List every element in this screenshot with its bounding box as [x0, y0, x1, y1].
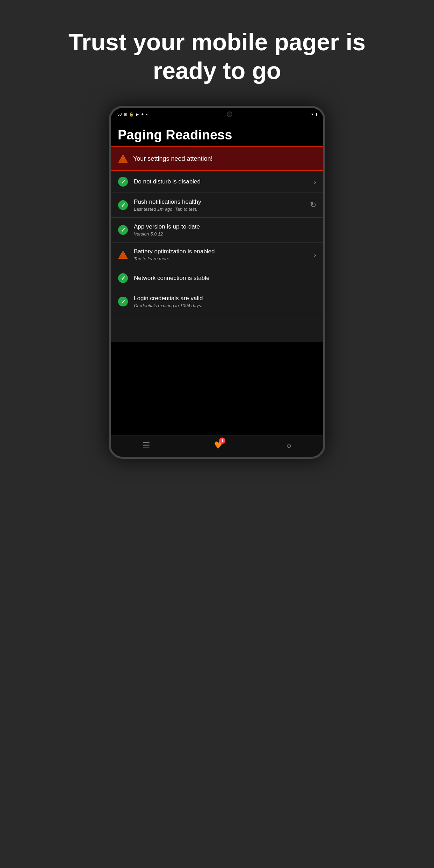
item-title-version: App version is up-to-date [134, 223, 316, 230]
list-item-login[interactable]: Login credentials are valid Credentials … [111, 289, 323, 314]
wifi-icon: ▾ [311, 112, 313, 117]
item-subtitle-battery: Tap to learn more. [134, 256, 308, 261]
nav-item-menu[interactable]: ☰ [143, 441, 150, 450]
bottom-nav: ☰ ♥̈ 1 ○ [111, 435, 323, 457]
alert-text: Your settings need attention! [133, 155, 213, 162]
check-icon-dnd [118, 176, 128, 187]
item-content-version: App version is up-to-date Version 5.0.12 [134, 223, 316, 237]
lock-icon: 🔒 [129, 112, 134, 117]
chevron-right-icon-dnd: › [314, 178, 316, 186]
status-bar: ·53 ⊟ 🔒 ▶ ✦ • ▾ ▮ [111, 108, 323, 121]
app-title: Paging Readiness [118, 128, 316, 143]
app-content: Paging Readiness ! Your settings need at… [111, 121, 323, 435]
item-content-dnd: Do not disturb is disabled [134, 178, 308, 185]
alert-banner[interactable]: ! Your settings need attention! [111, 147, 323, 171]
nav-badge: 1 [219, 437, 225, 444]
item-title-dnd: Do not disturb is disabled [134, 178, 308, 185]
item-content-push: Push notifications healthy Last tested 1… [134, 198, 304, 212]
empty-bottom [111, 314, 323, 342]
status-bar-left: ·53 ⊟ 🔒 ▶ ✦ • [116, 112, 147, 117]
alert-warning-icon: ! [118, 153, 128, 164]
item-title-network: Network connection is stable [134, 275, 316, 282]
check-icon-login [118, 296, 128, 307]
search-icon: ○ [286, 441, 291, 450]
item-content-network: Network connection is stable [134, 275, 316, 282]
list-item-push[interactable]: Push notifications healthy Last tested 1… [111, 193, 323, 218]
status-bar-right: ▾ ▮ [311, 112, 318, 117]
page-title: Trust your mobile pager is ready to go [0, 0, 434, 106]
phone-frame: ·53 ⊟ 🔒 ▶ ✦ • ▾ ▮ Paging Readiness ! [109, 106, 325, 459]
svg-text:!: ! [122, 253, 124, 259]
item-title-battery: Battery optimization is enabled [134, 248, 308, 255]
list-item-battery[interactable]: ! Battery optimization is enabled Tap to… [111, 243, 323, 267]
item-subtitle-version: Version 5.0.12 [134, 231, 316, 237]
warn-icon-battery: ! [118, 249, 128, 260]
bluetooth-icon: ✦ [141, 112, 144, 117]
signal-strength: ·53 [116, 112, 122, 116]
item-subtitle-login: Credentials expiring in 1094 days. [134, 303, 316, 308]
nav-item-heartbeat[interactable]: ♥̈ 1 [214, 440, 223, 451]
svg-text:!: ! [122, 157, 124, 162]
menu-icon: ☰ [143, 441, 150, 450]
chevron-right-icon-battery: › [314, 251, 316, 259]
camera-notch [227, 111, 232, 117]
item-title-push: Push notifications healthy [134, 198, 304, 205]
check-icon-push [118, 200, 128, 210]
sim-icon: ⊟ [124, 112, 127, 117]
item-subtitle-push: Last tested 1m ago. Tap to test. [134, 207, 304, 212]
app-header: Paging Readiness [111, 121, 323, 146]
check-icon-version [118, 225, 128, 235]
list-item-network[interactable]: Network connection is stable [111, 267, 323, 289]
item-title-login: Login credentials are valid [134, 295, 316, 302]
nav-item-search[interactable]: ○ [286, 441, 291, 450]
battery-icon: ▮ [316, 112, 318, 117]
item-content-login: Login credentials are valid Credentials … [134, 295, 316, 308]
refresh-icon-push[interactable]: ↻ [310, 201, 316, 210]
youtube-icon: ▶ [136, 112, 139, 117]
list-item-dnd[interactable]: Do not disturb is disabled › [111, 171, 323, 193]
check-icon-network [118, 273, 128, 283]
list-item-version[interactable]: App version is up-to-date Version 5.0.12 [111, 218, 323, 243]
item-content-battery: Battery optimization is enabled Tap to l… [134, 248, 308, 261]
dot-icon: • [146, 112, 147, 116]
